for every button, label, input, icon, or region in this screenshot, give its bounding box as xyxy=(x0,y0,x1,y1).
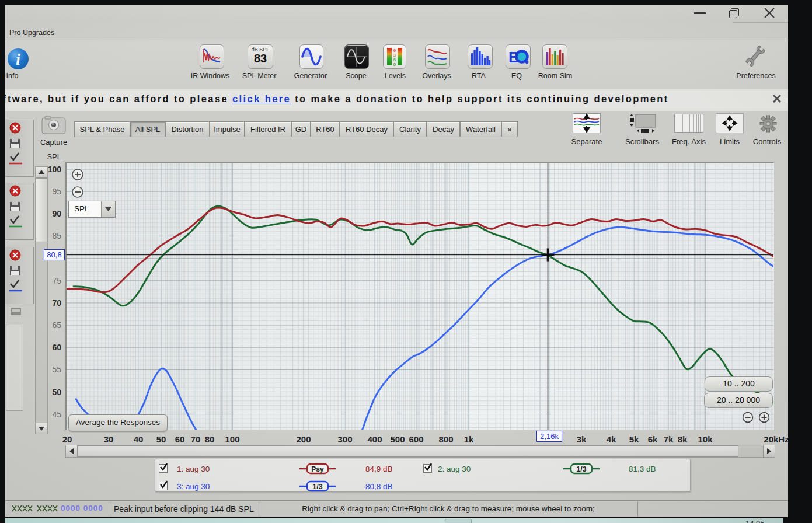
svg-text:9: 9 xyxy=(393,62,396,67)
svg-text:i: i xyxy=(16,50,20,68)
svg-text:1/3: 1/3 xyxy=(576,465,586,473)
svg-text:1/3: 1/3 xyxy=(312,483,322,491)
svg-text:Psy: Psy xyxy=(311,465,324,473)
